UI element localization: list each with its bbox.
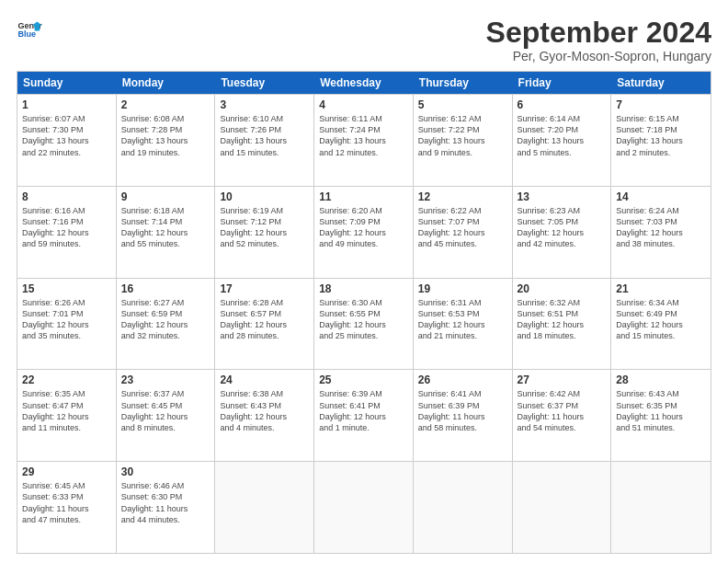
day-num-5: 5	[418, 98, 507, 111]
day-25: 25 Sunrise: 6:39 AMSunset: 6:41 PMDaylig…	[314, 370, 414, 461]
day-num-21: 21	[616, 282, 706, 295]
logo-icon: General Blue	[17, 17, 42, 42]
day-10: 10 Sunrise: 6:19 AMSunset: 7:12 PMDaylig…	[215, 187, 314, 278]
calendar-body: 1 Sunrise: 6:07 AMSunset: 7:30 PMDayligh…	[17, 94, 711, 553]
day-info-1: Sunrise: 6:07 AMSunset: 7:30 PMDaylight:…	[22, 113, 111, 158]
calendar: Sunday Monday Tuesday Wednesday Thursday…	[17, 71, 711, 554]
day-17: 17 Sunrise: 6:28 AMSunset: 6:57 PMDaylig…	[215, 279, 314, 370]
day-empty-5	[611, 462, 711, 553]
day-14: 14 Sunrise: 6:24 AMSunset: 7:03 PMDaylig…	[611, 187, 711, 278]
day-16: 16 Sunrise: 6:27 AMSunset: 6:59 PMDaylig…	[117, 279, 216, 370]
day-info-30: Sunrise: 6:46 AMSunset: 6:30 PMDaylight:…	[121, 480, 210, 525]
day-empty-4	[513, 462, 612, 553]
day-18: 18 Sunrise: 6:30 AMSunset: 6:55 PMDaylig…	[314, 279, 414, 370]
header-sunday: Sunday	[17, 72, 117, 94]
day-info-18: Sunrise: 6:30 AMSunset: 6:55 PMDaylight:…	[319, 297, 408, 342]
day-info-2: Sunrise: 6:08 AMSunset: 7:28 PMDaylight:…	[121, 113, 210, 158]
day-info-21: Sunrise: 6:34 AMSunset: 6:49 PMDaylight:…	[616, 297, 706, 342]
week-1: 1 Sunrise: 6:07 AMSunset: 7:30 PMDayligh…	[17, 94, 711, 186]
week-2: 8 Sunrise: 6:16 AMSunset: 7:16 PMDayligh…	[17, 186, 711, 278]
day-11: 11 Sunrise: 6:20 AMSunset: 7:09 PMDaylig…	[314, 187, 414, 278]
day-7: 7 Sunrise: 6:15 AMSunset: 7:18 PMDayligh…	[611, 95, 711, 186]
day-num-13: 13	[518, 190, 607, 203]
header-monday: Monday	[117, 72, 216, 94]
day-21: 21 Sunrise: 6:34 AMSunset: 6:49 PMDaylig…	[611, 279, 711, 370]
day-info-22: Sunrise: 6:35 AMSunset: 6:47 PMDaylight:…	[22, 388, 111, 433]
day-info-7: Sunrise: 6:15 AMSunset: 7:18 PMDaylight:…	[616, 113, 706, 158]
week-5: 29 Sunrise: 6:45 AMSunset: 6:33 PMDaylig…	[17, 461, 711, 553]
day-info-15: Sunrise: 6:26 AMSunset: 7:01 PMDaylight:…	[22, 297, 111, 342]
logo: General Blue	[17, 17, 42, 42]
day-num-25: 25	[319, 373, 408, 386]
day-info-20: Sunrise: 6:32 AMSunset: 6:51 PMDaylight:…	[518, 297, 607, 342]
header-saturday: Saturday	[611, 72, 711, 94]
day-6: 6 Sunrise: 6:14 AMSunset: 7:20 PMDayligh…	[513, 95, 612, 186]
day-info-3: Sunrise: 6:10 AMSunset: 7:26 PMDaylight:…	[220, 113, 309, 158]
day-info-13: Sunrise: 6:23 AMSunset: 7:05 PMDaylight:…	[518, 205, 607, 250]
day-info-9: Sunrise: 6:18 AMSunset: 7:14 PMDaylight:…	[121, 205, 210, 250]
day-info-8: Sunrise: 6:16 AMSunset: 7:16 PMDaylight:…	[22, 205, 111, 250]
header-wednesday: Wednesday	[314, 72, 414, 94]
header-tuesday: Tuesday	[215, 72, 314, 94]
day-info-17: Sunrise: 6:28 AMSunset: 6:57 PMDaylight:…	[220, 297, 309, 342]
day-info-29: Sunrise: 6:45 AMSunset: 6:33 PMDaylight:…	[22, 480, 111, 525]
day-num-22: 22	[22, 373, 111, 386]
day-27: 27 Sunrise: 6:42 AMSunset: 6:37 PMDaylig…	[513, 370, 612, 461]
day-info-5: Sunrise: 6:12 AMSunset: 7:22 PMDaylight:…	[418, 113, 507, 158]
day-num-11: 11	[319, 190, 408, 203]
day-info-12: Sunrise: 6:22 AMSunset: 7:07 PMDaylight:…	[418, 205, 507, 250]
day-15: 15 Sunrise: 6:26 AMSunset: 7:01 PMDaylig…	[17, 279, 117, 370]
day-info-19: Sunrise: 6:31 AMSunset: 6:53 PMDaylight:…	[418, 297, 507, 342]
day-num-2: 2	[121, 98, 210, 111]
day-info-27: Sunrise: 6:42 AMSunset: 6:37 PMDaylight:…	[518, 388, 607, 433]
day-num-12: 12	[418, 190, 507, 203]
day-num-23: 23	[121, 373, 210, 386]
day-num-20: 20	[518, 282, 607, 295]
day-29: 29 Sunrise: 6:45 AMSunset: 6:33 PMDaylig…	[17, 462, 117, 553]
day-info-24: Sunrise: 6:38 AMSunset: 6:43 PMDaylight:…	[220, 388, 309, 433]
day-info-4: Sunrise: 6:11 AMSunset: 7:24 PMDaylight:…	[319, 113, 408, 158]
day-num-4: 4	[319, 98, 408, 111]
day-info-14: Sunrise: 6:24 AMSunset: 7:03 PMDaylight:…	[616, 205, 706, 250]
day-13: 13 Sunrise: 6:23 AMSunset: 7:05 PMDaylig…	[513, 187, 612, 278]
day-9: 9 Sunrise: 6:18 AMSunset: 7:14 PMDayligh…	[117, 187, 216, 278]
header-thursday: Thursday	[414, 72, 513, 94]
day-8: 8 Sunrise: 6:16 AMSunset: 7:16 PMDayligh…	[17, 187, 117, 278]
day-info-16: Sunrise: 6:27 AMSunset: 6:59 PMDaylight:…	[121, 297, 210, 342]
day-num-6: 6	[518, 98, 607, 111]
day-num-26: 26	[418, 373, 507, 386]
day-24: 24 Sunrise: 6:38 AMSunset: 6:43 PMDaylig…	[215, 370, 314, 461]
svg-text:Blue: Blue	[17, 29, 36, 39]
title-block: September 2024 Per, Gyor-Moson-Sopron, H…	[486, 17, 711, 63]
day-4: 4 Sunrise: 6:11 AMSunset: 7:24 PMDayligh…	[314, 95, 414, 186]
day-23: 23 Sunrise: 6:37 AMSunset: 6:45 PMDaylig…	[117, 370, 216, 461]
day-num-17: 17	[220, 282, 309, 295]
day-empty-3	[414, 462, 513, 553]
month-title: September 2024	[486, 17, 711, 49]
day-30: 30 Sunrise: 6:46 AMSunset: 6:30 PMDaylig…	[117, 462, 216, 553]
day-num-14: 14	[616, 190, 706, 203]
day-num-27: 27	[518, 373, 607, 386]
day-num-28: 28	[616, 373, 706, 386]
day-info-10: Sunrise: 6:19 AMSunset: 7:12 PMDaylight:…	[220, 205, 309, 250]
day-empty-1	[215, 462, 314, 553]
day-2: 2 Sunrise: 6:08 AMSunset: 7:28 PMDayligh…	[117, 95, 216, 186]
day-num-19: 19	[418, 282, 507, 295]
page: General Blue September 2024 Per, Gyor-Mo…	[0, 0, 728, 563]
day-19: 19 Sunrise: 6:31 AMSunset: 6:53 PMDaylig…	[414, 279, 513, 370]
day-num-8: 8	[22, 190, 111, 203]
day-info-26: Sunrise: 6:41 AMSunset: 6:39 PMDaylight:…	[418, 388, 507, 433]
day-num-1: 1	[22, 98, 111, 111]
day-num-18: 18	[319, 282, 408, 295]
day-info-25: Sunrise: 6:39 AMSunset: 6:41 PMDaylight:…	[319, 388, 408, 433]
day-3: 3 Sunrise: 6:10 AMSunset: 7:26 PMDayligh…	[215, 95, 314, 186]
day-info-28: Sunrise: 6:43 AMSunset: 6:35 PMDaylight:…	[616, 388, 706, 433]
day-empty-2	[314, 462, 414, 553]
day-info-6: Sunrise: 6:14 AMSunset: 7:20 PMDaylight:…	[518, 113, 607, 158]
day-num-24: 24	[220, 373, 309, 386]
day-num-9: 9	[121, 190, 210, 203]
day-num-30: 30	[121, 465, 210, 478]
week-3: 15 Sunrise: 6:26 AMSunset: 7:01 PMDaylig…	[17, 278, 711, 370]
day-12: 12 Sunrise: 6:22 AMSunset: 7:07 PMDaylig…	[414, 187, 513, 278]
header-friday: Friday	[513, 72, 612, 94]
